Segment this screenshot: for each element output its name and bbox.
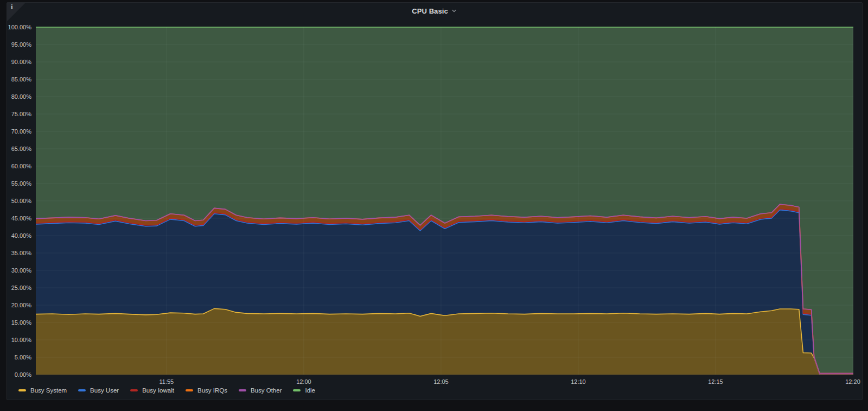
legend-swatch-busy-user <box>78 389 86 391</box>
legend-swatch-busy-other <box>239 389 246 391</box>
legend-label: Busy User <box>90 387 119 394</box>
legend-swatch-idle <box>293 389 301 391</box>
panel-title: CPU Basic <box>412 7 448 15</box>
legend-label: Busy System <box>30 387 67 394</box>
info-i-glyph: i <box>11 3 13 10</box>
legend-swatch-busy-system <box>18 389 26 391</box>
chevron-down-icon <box>451 7 457 16</box>
plot-area[interactable] <box>36 27 853 375</box>
legend-swatch-busy-iowait <box>130 389 138 391</box>
legend-item-busy-irqs[interactable]: Busy IRQs <box>186 387 227 394</box>
legend-label: Busy Other <box>251 387 282 394</box>
panel-header[interactable]: CPU Basic <box>7 3 862 19</box>
legend-item-busy-iowait[interactable]: Busy Iowait <box>130 387 174 394</box>
cpu-usage-chart[interactable]: 0.00%5.00%10.00%15.00%20.00%25.00%30.00%… <box>0 0 868 411</box>
legend-item-busy-system[interactable]: Busy System <box>18 387 67 394</box>
legend-label: Busy IRQs <box>197 387 227 394</box>
legend-item-busy-other[interactable]: Busy Other <box>239 387 282 394</box>
legend-label: Busy Iowait <box>142 387 174 394</box>
chart-legend: Busy SystemBusy UserBusy IowaitBusy IRQs… <box>18 387 315 394</box>
legend-label: Idle <box>305 387 315 394</box>
legend-item-idle[interactable]: Idle <box>293 387 315 394</box>
panel-info-icon[interactable]: i <box>7 3 25 21</box>
legend-item-busy-user[interactable]: Busy User <box>78 387 119 394</box>
grafana-dashboard: CPU Basic i Busy SystemBusy UserBusy Iow… <box>0 0 868 411</box>
legend-swatch-busy-irqs <box>186 389 193 391</box>
